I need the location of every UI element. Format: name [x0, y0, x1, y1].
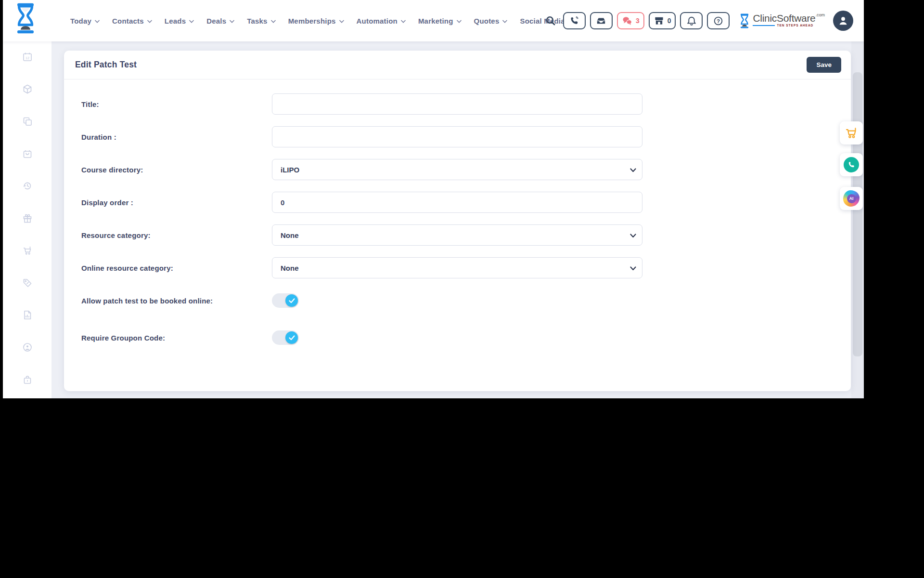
resource-category-selected-value: None [281, 231, 299, 239]
sidebar-item-cart-icon[interactable] [22, 245, 33, 256]
notifications-button[interactable] [680, 12, 703, 29]
sidebar-item-copy-icon[interactable] [22, 116, 33, 127]
field-control [272, 192, 642, 213]
clinic-logo[interactable] [13, 2, 38, 36]
header-actions: 3 0 ? [542, 0, 853, 41]
sidebar-item-report-icon[interactable] [22, 309, 33, 321]
form-row-resource-category: Resource category: None [64, 224, 851, 246]
user-avatar[interactable] [833, 11, 853, 31]
select-chevron-icon [630, 264, 636, 273]
floating-ai-button[interactable]: AI [840, 187, 863, 210]
brand-tagline: TEN STEPS AHEAD [777, 24, 813, 27]
require-groupon-code-toggle[interactable] [272, 330, 299, 345]
title-input[interactable] [272, 93, 642, 115]
brand-logo[interactable]: ClinicSoftware.com TEN STEPS AHEAD [739, 13, 825, 29]
select-chevron-icon [630, 231, 636, 240]
field-label: Online resource category: [81, 264, 272, 272]
package-icon [22, 84, 33, 94]
search-button[interactable] [542, 12, 559, 29]
online-resource-category-selected-value: None [281, 264, 299, 272]
inbox-icon [596, 16, 606, 26]
check-icon [289, 335, 295, 341]
copy-icon [22, 116, 33, 127]
phone-button[interactable] [563, 12, 586, 29]
scrollbar-thumb[interactable] [853, 72, 862, 356]
field-control [272, 330, 642, 345]
field-label: Resource category: [81, 231, 272, 239]
bag-calendar-icon [22, 148, 33, 159]
nav-item-tasks[interactable]: Tasks [247, 17, 275, 25]
toggle-knob [285, 294, 298, 307]
whatsapp-phone-icon [844, 157, 859, 172]
svg-text:?: ? [717, 18, 720, 24]
page-title: Edit Patch Test [75, 60, 137, 70]
sidebar-item-package-icon[interactable] [22, 83, 33, 95]
nav-item-quotes[interactable]: Quotes [474, 17, 508, 25]
course-directory-select[interactable]: iLIPO [272, 159, 642, 180]
nav-item-leads[interactable]: Leads [165, 17, 194, 25]
nav-item-automation[interactable]: Automation [357, 17, 406, 25]
brand-underline [753, 25, 775, 26]
sidebar-item-history-icon[interactable] [22, 180, 33, 192]
sidebar-item-support-person-icon[interactable] [22, 342, 33, 353]
nav-item-contacts[interactable]: Contacts [112, 17, 152, 25]
nav-item-memberships[interactable]: Memberships [288, 17, 344, 25]
form-row-title: Title: [64, 93, 851, 115]
nav-item-label: Tasks [247, 17, 267, 25]
chevron-down-icon [271, 20, 276, 23]
resource-category-select[interactable]: None [272, 224, 642, 246]
ai-label: AI [847, 194, 856, 203]
field-label: Allow patch test to be booked online: [81, 297, 272, 305]
floating-call-button[interactable] [840, 153, 863, 176]
store-button[interactable]: 0 [649, 12, 676, 29]
nav-item-label: Contacts [112, 17, 144, 25]
nav-item-label: Marketing [418, 17, 453, 25]
chat-notifications-button[interactable]: 3 [617, 12, 644, 29]
allow-online-booking-toggle[interactable] [272, 293, 299, 308]
card-header: Edit Patch Test Save [64, 51, 851, 79]
nav-item-label: Leads [165, 17, 186, 25]
field-control [272, 126, 642, 147]
form-row-display-order: Display order : [64, 192, 851, 213]
nav-item-label: Today [70, 17, 91, 25]
nav-item-label: Memberships [288, 17, 336, 25]
field-label: Display order : [81, 198, 272, 207]
form-row-allow-online-booking: Allow patch test to be booked online: [64, 290, 851, 311]
bell-icon [687, 16, 696, 26]
store-icon [654, 16, 665, 26]
nav-item-today[interactable]: Today [70, 17, 100, 25]
scrollbar-track[interactable] [851, 41, 864, 398]
calendar-icon: 12 [22, 52, 33, 62]
main-nav: TodayContactsLeadsDealsTasksMembershipsA… [70, 0, 565, 41]
sidebar-item-bag-calendar-icon[interactable] [22, 148, 33, 159]
toggle-knob [285, 331, 298, 344]
help-button[interactable]: ? [707, 12, 730, 29]
hourglass-icon [13, 2, 38, 34]
sidebar-item-price-tag-icon[interactable] [22, 277, 33, 289]
form-row-online-resource-category: Online resource category: None [64, 257, 851, 278]
duration-input[interactable] [272, 126, 642, 147]
field-control [272, 293, 642, 308]
form-row-duration: Duration : [64, 126, 851, 147]
chevron-down-icon [189, 20, 194, 23]
floating-shop-button[interactable] [840, 121, 863, 144]
nav-item-marketing[interactable]: Marketing [418, 17, 462, 25]
search-icon [545, 15, 556, 26]
inbox-button[interactable] [590, 12, 613, 29]
svg-text:12: 12 [26, 56, 29, 60]
nav-item-deals[interactable]: Deals [206, 17, 234, 25]
sidebar-item-gift-icon[interactable] [22, 212, 33, 224]
chevron-down-icon [147, 20, 152, 23]
cart-orange-icon [844, 126, 859, 140]
brand-tld: .com [815, 13, 825, 17]
display-order-input[interactable] [272, 192, 642, 213]
app-window: TodayContactsLeadsDealsTasksMembershipsA… [3, 0, 864, 398]
sidebar-item-calendar-icon[interactable]: 12 [22, 51, 33, 63]
chevron-down-icon [457, 20, 462, 23]
online-resource-category-select[interactable]: None [272, 257, 642, 278]
save-button[interactable]: Save [807, 57, 841, 73]
field-label: Duration : [81, 133, 272, 141]
chat-bubbles-icon [622, 16, 633, 26]
chevron-down-icon [339, 20, 344, 23]
sidebar-item-lock-case-icon[interactable] [22, 374, 33, 385]
